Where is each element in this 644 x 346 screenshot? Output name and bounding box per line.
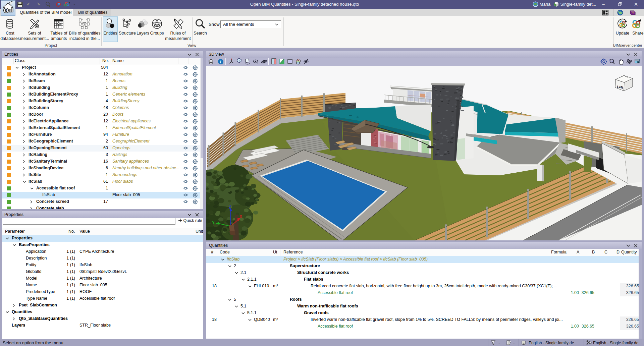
- svg-text:Left: Left: [617, 85, 624, 90]
- svg-text:Z: Z: [229, 205, 231, 210]
- svg-text:X: X: [239, 214, 242, 219]
- svg-text:Y: Y: [212, 220, 215, 225]
- svg-text:?: ?: [632, 11, 634, 15]
- svg-text:$: $: [5, 8, 7, 13]
